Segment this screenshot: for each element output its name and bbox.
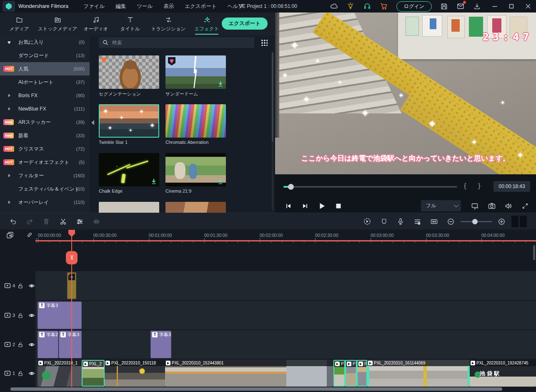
search-box[interactable] — [99, 37, 254, 48]
sidebar-item-ai-portrait[interactable]: AIポートレート (37) — [0, 75, 90, 89]
mark-in-button[interactable]: { — [464, 182, 466, 190]
playhead-cut-button[interactable]: ✂ — [66, 251, 78, 264]
effect-card-chalk-edge[interactable]: Chalk Edge — [99, 153, 159, 193]
grid-view-icon[interactable] — [261, 39, 268, 46]
undo-button[interactable] — [8, 216, 18, 227]
title-clip[interactable]: T字幕2 — [38, 331, 58, 358]
maximize-icon[interactable] — [508, 3, 514, 9]
redo-button[interactable] — [24, 216, 35, 227]
seek-handle[interactable] — [288, 184, 294, 190]
preview-zoom-select[interactable]: フル — [421, 200, 461, 211]
timeline-horizontal-scrollbar[interactable] — [10, 387, 502, 391]
effect-card-segmentation[interactable]: セグメンテーション — [99, 55, 159, 97]
adjust-sliders-button[interactable] — [74, 216, 85, 227]
add-track-icon[interactable] — [6, 231, 14, 239]
download-icon[interactable] — [473, 3, 481, 10]
eye-icon[interactable] — [28, 313, 35, 318]
zoom-slider-handle[interactable] — [472, 219, 478, 224]
effects-scrollbar[interactable] — [272, 52, 273, 211]
menu-tools[interactable]: ツール — [137, 3, 153, 10]
video-clip[interactable]: PXL_20220310_1 — [38, 360, 82, 387]
lock-icon[interactable] — [18, 342, 23, 348]
track-3-lane[interactable] — [35, 301, 536, 329]
cart-icon[interactable] — [380, 2, 388, 10]
play-button[interactable] — [313, 201, 330, 211]
video-viewport[interactable]: ✦ ✦ ✦ ✦ ✦ ✦ ✦ ✦ ✦ ✦ ✦ 23:47 ここから今日は終電で池袋… — [275, 13, 536, 174]
seek-slider[interactable] — [283, 186, 457, 188]
marker-button[interactable] — [378, 216, 389, 227]
lock-icon[interactable] — [18, 312, 23, 319]
sidebar-item-favorites[interactable]: ♥ お気に入り (0) — [0, 35, 90, 49]
audio-waveform-button[interactable] — [91, 216, 102, 227]
dual-display-icon[interactable] — [469, 200, 481, 211]
snapshot-camera-icon[interactable] — [486, 200, 498, 211]
speaker-icon[interactable] — [502, 200, 515, 211]
save-icon[interactable] — [440, 3, 448, 10]
menu-edit[interactable]: 編集 — [115, 3, 126, 10]
tab-effects[interactable]: エフェクト — [192, 13, 222, 35]
render-preview-button[interactable] — [362, 216, 373, 227]
sidebar-item-christmas[interactable]: HOT クリスマス (72) — [0, 142, 90, 156]
close-icon[interactable] — [525, 3, 531, 9]
link-icon[interactable] — [26, 231, 33, 239]
video-clip-selected[interactable]: PX — [333, 360, 345, 387]
sidebar-item-newblue-fx[interactable]: NewBlue FX (111) — [0, 102, 90, 116]
audio-mixer-button[interactable] — [412, 216, 423, 227]
track-2-lane[interactable] — [35, 330, 536, 359]
video-clip[interactable]: PXL_20220310_192428745 池袋駅 — [470, 360, 536, 387]
track-4-lane[interactable] — [35, 271, 536, 300]
effect-card-chromatic-aberration[interactable]: Chromatic Aberration — [165, 104, 226, 145]
eye-icon[interactable] — [28, 283, 35, 289]
login-button[interactable]: ログイン — [396, 1, 432, 12]
sidebar-item-audio-effects[interactable]: HOT オーディオエフェクト (5) — [0, 156, 90, 169]
minimize-icon[interactable] — [492, 3, 498, 9]
lock-icon[interactable] — [18, 283, 23, 289]
sidebar-item-filters[interactable]: フィルター (160) — [0, 169, 90, 182]
next-frame-button[interactable] — [297, 201, 313, 211]
mail-icon[interactable] — [456, 2, 465, 10]
tab-transitions[interactable]: トランジション — [149, 13, 188, 35]
sidebar-item-festival-event[interactable]: フェスティバル＆イベント (10) — [0, 182, 90, 196]
timeline-zoom-slider[interactable] — [461, 221, 492, 222]
title-clip[interactable]: T字幕3 — [59, 331, 82, 358]
tab-titles[interactable]: タイトル — [115, 13, 145, 35]
sidebar-item-downloads[interactable]: ダウンロード (13) — [0, 49, 90, 62]
panel-layout-toggle[interactable] — [511, 216, 527, 227]
video-clip[interactable]: PXL_20220310_161144069 — [367, 360, 470, 387]
sidebar-item-ar-stickers[interactable]: New ARステッカー (39) — [0, 116, 90, 129]
track-type-icon[interactable]: 4 — [4, 283, 15, 289]
menu-export[interactable]: エクスポート — [185, 3, 216, 10]
zoom-in-button[interactable] — [496, 216, 507, 227]
zoom-out-button[interactable] — [445, 216, 456, 227]
sidebar-item-new-arrivals[interactable]: New 新着 (33) — [0, 129, 90, 142]
title-clip[interactable]: T字幕3 — [150, 331, 171, 358]
sidebar-item-overlay[interactable]: オーバーレイ (110) — [0, 196, 90, 209]
video-clip-selected[interactable]: PXL — [357, 360, 367, 387]
title-clip[interactable]: T字幕3 — [38, 302, 82, 329]
fit-timeline-button[interactable] — [428, 216, 439, 227]
lightbulb-icon[interactable] — [346, 2, 355, 10]
video-clip-selected[interactable]: PX — [345, 360, 357, 387]
effect-card-thunderdome[interactable]: サンダードーム — [165, 55, 226, 97]
stop-button[interactable] — [330, 201, 347, 211]
timeline-vertical-scrollbar[interactable] — [533, 245, 535, 260]
collapse-panel-arrow-icon[interactable] — [91, 120, 94, 125]
menu-view[interactable]: 表示 — [163, 3, 174, 10]
fullscreen-icon[interactable] — [519, 200, 531, 211]
trash-button[interactable] — [41, 216, 52, 227]
eye-icon[interactable] — [28, 371, 35, 376]
lock-icon[interactable] — [18, 370, 23, 377]
track-type-icon[interactable]: 1 — [4, 370, 15, 376]
search-input[interactable] — [111, 39, 238, 46]
track-type-icon[interactable]: 3 — [4, 312, 15, 318]
voiceover-mic-button[interactable] — [395, 216, 406, 227]
previous-frame-button[interactable] — [280, 201, 297, 211]
video-clip-selected[interactable]: PXL_2 — [82, 360, 105, 387]
tab-stock-media[interactable]: ストックメディア — [38, 13, 77, 35]
effect-card-twinkle-star[interactable]: ✦ ✦ ✦ ✦ ✦ ✦ Twinkle Star 1 — [99, 104, 159, 145]
mark-out-button[interactable]: } — [478, 182, 481, 190]
tab-media[interactable]: メディア — [4, 13, 34, 35]
video-clip[interactable]: PXL_20220310_150118 — [105, 360, 165, 387]
timeline-ruler[interactable]: 00:00:00:00 00:00:30:00 00:01:00:00 00:0… — [0, 229, 536, 244]
menu-file[interactable]: ファイル — [83, 3, 105, 10]
